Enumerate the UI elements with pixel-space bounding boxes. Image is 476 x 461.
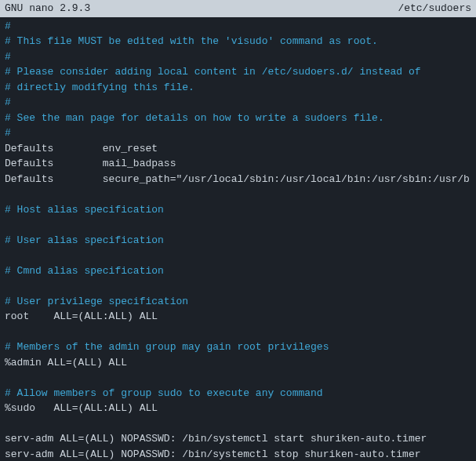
comment-text: # directly modifying this file.	[5, 82, 194, 93]
comment-text: #	[5, 20, 11, 32]
editor-line: #	[5, 49, 471, 65]
comment-text: #	[5, 96, 11, 108]
editor-line: serv-adm ALL=(ALL) NOPASSWD: /bin/system…	[5, 431, 471, 447]
editor-line: Defaults secure_path="/usr/local/sbin:/u…	[5, 172, 471, 187]
editor-line: #	[5, 125, 471, 141]
comment-text: #	[5, 127, 11, 139]
editor-line: root ALL=(ALL:ALL) ALL	[5, 309, 471, 325]
editor-line: # Allow members of group sudo to execute…	[5, 386, 471, 401]
comment-text: # User alias specification	[5, 234, 164, 246]
comment-text: # Please consider adding local content i…	[5, 66, 421, 78]
editor-line: serv-adm ALL=(ALL) NOPASSWD: /bin/system…	[5, 447, 471, 462]
editor-content[interactable]: ## This file MUST be edited with the 'vi…	[0, 17, 476, 462]
comment-text: # Allow members of group sudo to execute…	[5, 387, 323, 399]
comment-text: # Members of the admin group may gain ro…	[5, 341, 329, 353]
editor-line: # User alias specification	[5, 233, 471, 249]
editor-line	[5, 187, 471, 202]
editor-line: Defaults env_reset	[5, 141, 471, 157]
editor-line: # This file MUST be edited with the 'vis…	[5, 34, 471, 49]
editor-line: #	[5, 95, 471, 111]
comment-text: # User privilege specification	[5, 296, 188, 307]
editor-line: # Host alias specification	[5, 202, 471, 218]
editor-line: # Members of the admin group may gain ro…	[5, 339, 471, 355]
editor-line	[5, 416, 471, 432]
comment-text: # See the man page for details on how to…	[5, 112, 384, 124]
editor-line: %admin ALL=(ALL) ALL	[5, 355, 471, 371]
editor-line: # See the man page for details on how to…	[5, 111, 471, 126]
comment-text: # Cmnd alias specification	[5, 265, 164, 277]
editor-line: # directly modifying this file.	[5, 80, 471, 96]
editor-line: # Cmnd alias specification	[5, 263, 471, 279]
editor-line: #	[5, 19, 471, 34]
editor-line	[5, 217, 471, 233]
editor-line	[5, 370, 471, 386]
editor-line	[5, 325, 471, 340]
editor-line: # User privilege specification	[5, 294, 471, 310]
editor-line: %sudo ALL=(ALL:ALL) ALL	[5, 401, 471, 416]
editor-line: Defaults mail_badpass	[5, 156, 471, 172]
editor-line	[5, 278, 471, 294]
editor-line	[5, 248, 471, 263]
file-path: /etc/sudoers	[398, 1, 471, 16]
comment-text: # This file MUST be edited with the 'vis…	[5, 35, 378, 47]
nano-titlebar: GNU nano 2.9.3 /etc/sudoers	[0, 0, 476, 17]
editor-line: # Please consider adding local content i…	[5, 64, 471, 80]
comment-text: #	[5, 51, 11, 63]
app-name: GNU nano 2.9.3	[5, 1, 90, 16]
comment-text: # Host alias specification	[5, 204, 164, 216]
